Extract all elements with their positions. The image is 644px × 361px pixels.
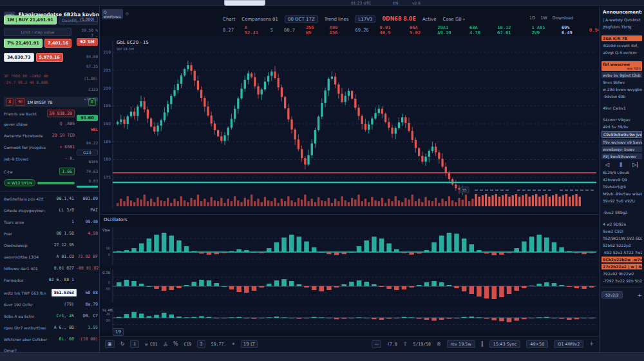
sidebar-item-12[interactable]: -9dvbw 69b — [601, 93, 642, 99]
sidebar-item-11[interactable]: w 29d bvwv wvygbn — [601, 86, 642, 92]
toolbar-button-r9[interactable]: O1 4W9v2 — [554, 340, 583, 348]
sidebar-item-37[interactable]: 27c2b22a2 | w | 4cw2 — [601, 264, 642, 269]
navbar-version: v2.6 — [412, 1, 421, 5]
price-edit-input[interactable]: 861.6363 — [52, 289, 77, 297]
toolbar-icon-l4[interactable]: ◬ — [164, 341, 167, 347]
oscillator-panel-2[interactable]: 0.300-50 — [100, 269, 599, 304]
toolbar-chip-l0[interactable]: ▣ — [105, 340, 115, 348]
sidebar-item-6[interactable]: a0vgt Q-5 ov/tcm — [601, 50, 642, 55]
sidebar-item-19[interactable]: T9v wv/vwv v9 5wvwv — [601, 139, 642, 145]
sidebar-item-5[interactable]: 4Gb9d ccvwtt 4bf, — [601, 43, 642, 48]
toolbar-icon-r6[interactable]: ‖ — [481, 341, 484, 347]
rewind-icon[interactable]: ◁ — [605, 162, 609, 168]
stat-value-1: (79) — [64, 302, 74, 307]
sidebar-item-34[interactable]: 92b62 5222p2 — [601, 242, 642, 248]
sidebar-item-32[interactable]: 9aw2 C92I — [601, 228, 642, 234]
panel-row-pill: = W12 DY1N — [4, 179, 75, 186]
spread-box[interactable]: 5,970.16 — [36, 53, 63, 62]
toolbar-icon-r4[interactable]: ≋ — [437, 341, 441, 347]
toolbar-icon-l9[interactable]: ⌖ — [232, 341, 235, 347]
profit-pill[interactable]: = W12 DY1N — [4, 179, 35, 186]
sidebar-item-16[interactable]: S4cwvr V9gav — [601, 117, 642, 122]
sidebar-item-24[interactable]: 42bvwv9 Q9 — [601, 177, 642, 182]
lower-left-chip[interactable]: 19 — [113, 328, 124, 336]
sidebar-item-14[interactable]: 49vr Cwbv1 — [601, 105, 642, 111]
sidebar-item-4[interactable]: 3GA K/R 7B — [601, 35, 642, 41]
account-button[interactable] — [224, 0, 265, 6]
sidebar-save-button[interactable]: 52v2/2 — [601, 291, 623, 298]
forward-icon[interactable]: ▷| — [632, 162, 638, 168]
toolbar-right-item-1[interactable]: 1W — [540, 15, 547, 21]
symbol-settings-icon[interactable]: ⟐ — [126, 12, 129, 17]
toolbar-chip-r0[interactable]: — — [372, 340, 381, 348]
sidebar-item-39[interactable]: -7292 5v22 92b 5b2w27 — [601, 278, 642, 284]
mid-price-box[interactable]: 34,830.73 — [4, 53, 34, 62]
toolbar-icon-l1[interactable]: ↻ — [120, 341, 125, 347]
ladder-value-9[interactable]: 91.60 — [77, 115, 98, 121]
sidebar-item-21[interactable]: A9j 5wv59vwvwv — [601, 153, 642, 159]
stat-value-1: A 01.CU — [57, 254, 74, 259]
toolbar-button-r5[interactable]: rev 19.5w — [447, 340, 475, 348]
sidebar-item-10[interactable]: 9nvs 9bfwv — [601, 79, 642, 85]
sidebar-item-9[interactable]: wrbv bv 9gbvt t3vb 3 — [601, 72, 642, 78]
toolbar-button-r8[interactable]: 49×50 — [526, 340, 548, 348]
sidebar-item-8[interactable]: fbf wwscrewww f@h — [601, 61, 642, 71]
sidebar-item-26[interactable]: M9vb -89v5wv w9abvb 929 — [601, 191, 642, 197]
sidebar-item-29[interactable]: -9vu2 989g2 — [601, 210, 642, 215]
toolbar-item-1[interactable]: Comparisons 81 — [242, 17, 278, 22]
panel-row-kv2: Grtede ztsgvgwybwnLL 3/0PAI — [4, 208, 98, 213]
sidebar-item-18[interactable]: C9v59v5w9v.9w jvwv9 — [601, 131, 642, 138]
svg-text:50: 50 — [106, 246, 110, 250]
oscillator-header[interactable]: Oscillators — [104, 217, 128, 222]
sidebar-item-35[interactable]: -K92 52v2 5722 7w2v2 — [601, 249, 642, 255]
toolbar-icon-r10[interactable]: + — [589, 341, 594, 347]
limit-input[interactable]: Limit / stop value — [4, 28, 71, 36]
sidebar-item-23[interactable]: 6L29/5 L9vu5 — [601, 170, 642, 175]
symbol-badge[interactable]: Q wwrtvwa — [102, 9, 123, 19]
main-candlestick-chart[interactable]: 210205200195190185180175GbL EC20 · 15Vol… — [100, 36, 599, 213]
bid-price-button[interactable]: 7% 21,491.91 — [4, 39, 43, 48]
toolbar-item-3[interactable]: Trend lines — [325, 17, 349, 22]
sidebar-item-1[interactable]: | A-wwbdy Qvtsbtst — [601, 17, 642, 23]
sidebar-item-17[interactable]: 49d 5v 59/9v — [601, 124, 642, 130]
toolbar-button-r7[interactable]: 15:43 Sync — [489, 340, 520, 348]
panel-row-kv2: fdfbvwv dar1 4010.01 027-00 01.02 — [4, 266, 98, 271]
alert-flag[interactable]: X — [6, 98, 14, 106]
sidebar-item-38[interactable]: 792a92 9b22w2 — [601, 271, 642, 277]
oscillator-panel-3[interactable]: SL 4B20-20 — [100, 306, 599, 332]
svg-text:195: 195 — [104, 103, 111, 108]
candlestick-svg[interactable]: 210205200195190185180175GbL EC20 · 15Vol… — [100, 36, 599, 213]
sidebar-item-2[interactable]: Jtbgfsbm Tbrtg — [601, 24, 642, 30]
toolbar-chip-l10[interactable]: 19 LT — [241, 340, 258, 348]
toolbar-item-4[interactable]: L17V3 — [355, 15, 375, 23]
sidebar-item-33[interactable]: T62/9K2UW 5V2 6D22W — [601, 235, 642, 241]
add-icon[interactable]: + — [637, 292, 642, 298]
sidebar-item-31[interactable]: 4 w2 9D92o — [601, 221, 642, 227]
section-divider — [0, 191, 100, 191]
ladder-value-3[interactable]: 92 1M — [77, 38, 98, 46]
toolbar-chip-l7[interactable]: 3 — [197, 340, 205, 348]
ticker-value-13: 69% 6.49 — [562, 25, 578, 35]
toolbar-right-item-0[interactable]: 1D — [529, 15, 535, 21]
alert-flag[interactable]: 5! — [15, 98, 25, 106]
toolbar-item-0[interactable]: Chart — [223, 17, 235, 22]
toolbar-chip-l2[interactable]: ⇩ — [130, 340, 139, 348]
toolbar-icon-l5[interactable]: % — [173, 341, 178, 347]
toolbar-item-5[interactable]: 0DN68 8.0E — [382, 16, 415, 22]
toolbar-icon-r2[interactable]: ⇪ — [403, 341, 408, 347]
panel-row-kv: Awberrte Fbzwbwde2D 59 7ED — [4, 133, 75, 138]
ask-price-button[interactable]: 7,401.16 — [44, 39, 71, 48]
sidebar-item-36[interactable]: 9Cb2v22b2w -w7v2 9w2 — [601, 257, 642, 262]
sidebar-item-25[interactable]: T9vb4v5@9 — [601, 184, 642, 190]
navbar-lang[interactable]: EN — [393, 1, 398, 5]
equalizer-icon[interactable]: ⫼ — [620, 162, 622, 168]
toolbar-item-7[interactable]: Case G8 ▾ — [443, 17, 465, 22]
buy-button[interactable]: 1M | BUY 21,491.91 — [4, 15, 57, 24]
toolbar-right-item-2[interactable]: Download — [553, 15, 573, 21]
sidebar-item-20[interactable]: wvw5wqv- bvwv — [601, 146, 642, 152]
ladder-value-5: 67.35 — [77, 64, 98, 68]
toolbar-item-6[interactable]: Active — [422, 17, 437, 22]
toolbar-item-2[interactable]: 00 OCT 17Z — [285, 15, 318, 23]
oscillator-panel-1[interactable]: Vbw500 — [100, 226, 599, 266]
sidebar-item-27[interactable]: 59v92 5v6 V92U — [601, 198, 642, 204]
